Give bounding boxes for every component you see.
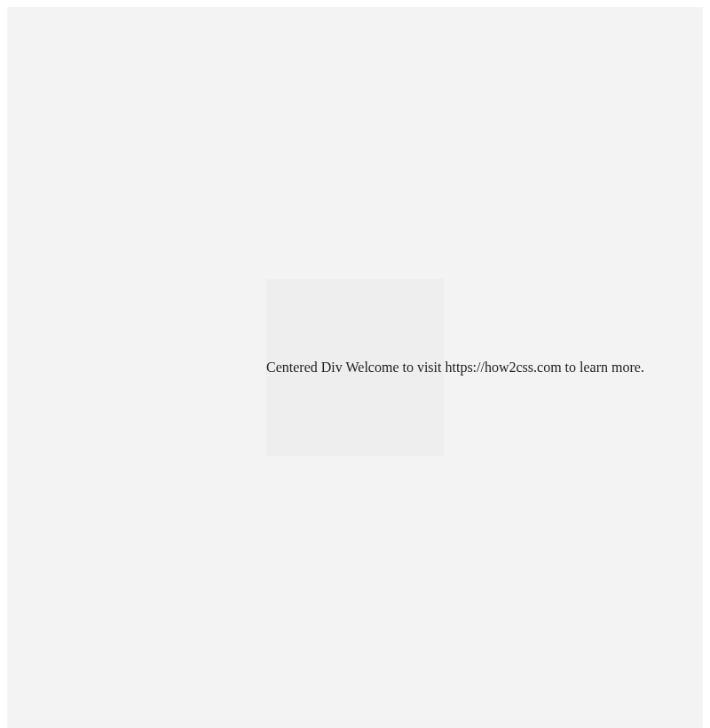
card-text-line-1: Centered Div Welcome to visit: [266, 360, 445, 375]
card-text-line-3: more.: [611, 360, 644, 375]
card-text-line-2: https://how2css.com to learn: [445, 360, 611, 375]
page-background: Centered Div Welcome to visit https://ho…: [7, 7, 703, 728]
centered-card: Centered Div Welcome to visit https://ho…: [266, 279, 444, 456]
